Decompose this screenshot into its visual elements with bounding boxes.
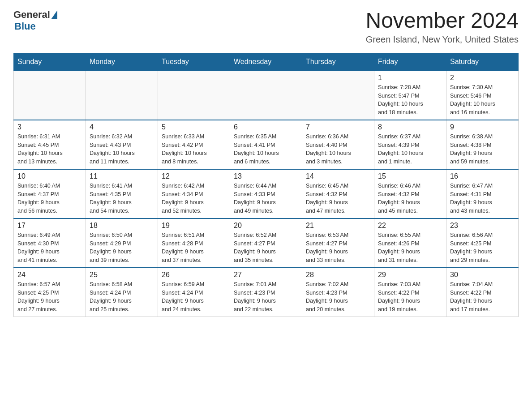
day-info: Sunrise: 6:47 AM Sunset: 4:31 PM Dayligh… [450,182,515,215]
calendar-cell: 18Sunrise: 6:50 AM Sunset: 4:29 PM Dayli… [86,218,158,268]
calendar-cell: 25Sunrise: 6:58 AM Sunset: 4:24 PM Dayli… [86,268,158,317]
calendar-cell: 22Sunrise: 6:55 AM Sunset: 4:26 PM Dayli… [374,218,446,268]
calendar-week-2: 3Sunrise: 6:31 AM Sunset: 4:45 PM Daylig… [14,120,519,169]
logo-triangle-icon [51,10,57,19]
calendar-cell [302,71,374,120]
calendar-header: SundayMondayTuesdayWednesdayThursdayFrid… [14,53,519,71]
calendar-cell [158,71,230,120]
calendar-cell: 10Sunrise: 6:40 AM Sunset: 4:37 PM Dayli… [14,169,86,218]
day-number: 27 [234,271,298,279]
day-info: Sunrise: 6:51 AM Sunset: 4:28 PM Dayligh… [162,231,226,265]
calendar-body: 1Sunrise: 7:28 AM Sunset: 5:47 PM Daylig… [14,71,519,317]
day-info: Sunrise: 6:31 AM Sunset: 4:45 PM Dayligh… [17,133,82,166]
day-info: Sunrise: 7:04 AM Sunset: 4:22 PM Dayligh… [450,280,515,314]
day-number: 26 [162,271,226,279]
day-number: 7 [306,123,370,131]
day-number: 19 [162,222,226,230]
calendar-cell: 24Sunrise: 6:57 AM Sunset: 4:25 PM Dayli… [14,268,86,317]
calendar-cell: 11Sunrise: 6:41 AM Sunset: 4:35 PM Dayli… [86,169,158,218]
day-number: 16 [450,172,515,180]
day-number: 4 [90,123,154,131]
calendar-cell: 1Sunrise: 7:28 AM Sunset: 5:47 PM Daylig… [374,71,446,120]
day-number: 13 [234,172,298,180]
day-info: Sunrise: 7:01 AM Sunset: 4:23 PM Dayligh… [234,280,298,314]
page-subtitle: Green Island, New York, United States [365,34,519,45]
day-info: Sunrise: 6:32 AM Sunset: 4:43 PM Dayligh… [90,133,154,166]
logo-general-text: General [13,9,50,21]
day-info: Sunrise: 6:38 AM Sunset: 4:38 PM Dayligh… [450,133,515,166]
calendar-cell: 14Sunrise: 6:45 AM Sunset: 4:32 PM Dayli… [302,169,374,218]
calendar-cell: 8Sunrise: 6:37 AM Sunset: 4:39 PM Daylig… [374,120,446,169]
calendar-cell: 12Sunrise: 6:42 AM Sunset: 4:34 PM Dayli… [158,169,230,218]
header-day-sunday: Sunday [14,53,86,71]
day-number: 12 [162,172,226,180]
day-number: 21 [306,222,370,230]
calendar-week-3: 10Sunrise: 6:40 AM Sunset: 4:37 PM Dayli… [14,169,519,218]
header-day-saturday: Saturday [446,53,519,71]
day-number: 10 [17,172,82,180]
calendar-table: SundayMondayTuesdayWednesdayThursdayFrid… [13,53,519,317]
calendar-week-4: 17Sunrise: 6:49 AM Sunset: 4:30 PM Dayli… [14,218,519,268]
calendar-week-1: 1Sunrise: 7:28 AM Sunset: 5:47 PM Daylig… [14,71,519,120]
header-day-wednesday: Wednesday [230,53,302,71]
calendar-cell: 30Sunrise: 7:04 AM Sunset: 4:22 PM Dayli… [446,268,519,317]
calendar-cell: 13Sunrise: 6:44 AM Sunset: 4:33 PM Dayli… [230,169,302,218]
calendar-cell: 9Sunrise: 6:38 AM Sunset: 4:38 PM Daylig… [446,120,519,169]
day-number: 23 [450,222,515,230]
calendar-cell: 17Sunrise: 6:49 AM Sunset: 4:30 PM Dayli… [14,218,86,268]
day-info: Sunrise: 6:59 AM Sunset: 4:24 PM Dayligh… [162,280,226,314]
header-day-thursday: Thursday [302,53,374,71]
day-info: Sunrise: 6:44 AM Sunset: 4:33 PM Dayligh… [234,182,298,215]
day-info: Sunrise: 6:46 AM Sunset: 4:32 PM Dayligh… [378,182,442,215]
day-info: Sunrise: 6:35 AM Sunset: 4:41 PM Dayligh… [234,133,298,166]
page-title: November 2024 [365,9,519,33]
day-number: 9 [450,123,515,131]
day-info: Sunrise: 7:30 AM Sunset: 5:46 PM Dayligh… [450,83,515,117]
day-number: 29 [378,271,442,279]
calendar-cell: 2Sunrise: 7:30 AM Sunset: 5:46 PM Daylig… [446,71,519,120]
header-day-friday: Friday [374,53,446,71]
day-number: 15 [378,172,442,180]
calendar-cell: 7Sunrise: 6:36 AM Sunset: 4:40 PM Daylig… [302,120,374,169]
calendar-cell: 26Sunrise: 6:59 AM Sunset: 4:24 PM Dayli… [158,268,230,317]
day-info: Sunrise: 6:45 AM Sunset: 4:32 PM Dayligh… [306,182,370,215]
calendar-cell: 19Sunrise: 6:51 AM Sunset: 4:28 PM Dayli… [158,218,230,268]
day-number: 6 [234,123,298,131]
day-info: Sunrise: 6:41 AM Sunset: 4:35 PM Dayligh… [90,182,154,215]
calendar-cell: 5Sunrise: 6:33 AM Sunset: 4:42 PM Daylig… [158,120,230,169]
day-info: Sunrise: 6:49 AM Sunset: 4:30 PM Dayligh… [17,231,82,265]
day-info: Sunrise: 6:53 AM Sunset: 4:27 PM Dayligh… [306,231,370,265]
day-info: Sunrise: 6:42 AM Sunset: 4:34 PM Dayligh… [162,182,226,215]
day-number: 5 [162,123,226,131]
calendar-week-5: 24Sunrise: 6:57 AM Sunset: 4:25 PM Dayli… [14,268,519,317]
header-row: SundayMondayTuesdayWednesdayThursdayFrid… [14,53,519,71]
calendar-cell: 3Sunrise: 6:31 AM Sunset: 4:45 PM Daylig… [14,120,86,169]
day-number: 17 [17,222,82,230]
day-info: Sunrise: 7:03 AM Sunset: 4:22 PM Dayligh… [378,280,442,314]
calendar-cell: 23Sunrise: 6:56 AM Sunset: 4:25 PM Dayli… [446,218,519,268]
day-number: 24 [17,271,82,279]
day-number: 22 [378,222,442,230]
calendar-cell: 29Sunrise: 7:03 AM Sunset: 4:22 PM Dayli… [374,268,446,317]
day-info: Sunrise: 6:33 AM Sunset: 4:42 PM Dayligh… [162,133,226,166]
day-info: Sunrise: 6:58 AM Sunset: 4:24 PM Dayligh… [90,280,154,314]
calendar-cell: 4Sunrise: 6:32 AM Sunset: 4:43 PM Daylig… [86,120,158,169]
header-day-monday: Monday [86,53,158,71]
calendar-cell: 28Sunrise: 7:02 AM Sunset: 4:23 PM Dayli… [302,268,374,317]
logo-blue-text: Blue [13,21,36,32]
page-header: General Blue November 2024 Green Island,… [13,9,519,45]
day-info: Sunrise: 6:56 AM Sunset: 4:25 PM Dayligh… [450,231,515,265]
day-number: 1 [378,74,442,82]
day-info: Sunrise: 6:37 AM Sunset: 4:39 PM Dayligh… [378,133,442,166]
day-info: Sunrise: 7:02 AM Sunset: 4:23 PM Dayligh… [306,280,370,314]
calendar-cell [86,71,158,120]
day-info: Sunrise: 6:40 AM Sunset: 4:37 PM Dayligh… [17,182,82,215]
day-number: 14 [306,172,370,180]
day-number: 18 [90,222,154,230]
day-number: 20 [234,222,298,230]
day-number: 30 [450,271,515,279]
day-number: 2 [450,74,515,82]
calendar-cell: 27Sunrise: 7:01 AM Sunset: 4:23 PM Dayli… [230,268,302,317]
calendar-cell: 21Sunrise: 6:53 AM Sunset: 4:27 PM Dayli… [302,218,374,268]
calendar-cell [14,71,86,120]
